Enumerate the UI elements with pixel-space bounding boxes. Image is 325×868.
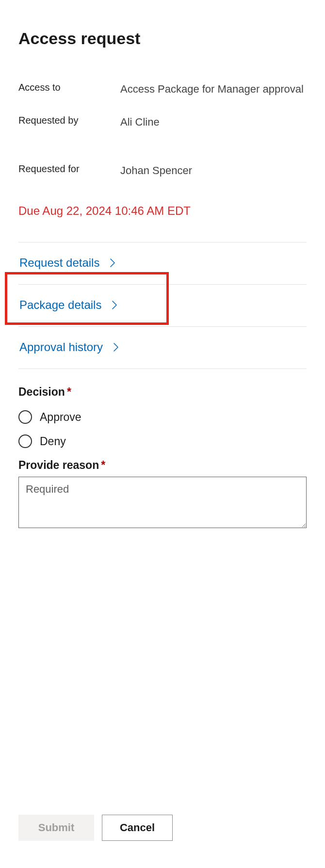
decision-label: Decision*	[18, 386, 307, 399]
requested-for-value: Johan Spencer	[120, 163, 307, 177]
decision-section: Decision* Approve Deny Provide reason*	[18, 386, 307, 530]
page-title: Access request	[18, 29, 307, 48]
deny-radio[interactable]: Deny	[18, 434, 307, 448]
radio-circle-icon	[18, 434, 32, 448]
reason-label-text: Provide reason	[18, 459, 99, 471]
deny-label: Deny	[40, 435, 66, 448]
decision-label-text: Decision	[18, 386, 65, 398]
required-star-icon: *	[101, 459, 105, 471]
approval-history-label: Approval history	[19, 340, 103, 354]
reason-input[interactable]	[18, 477, 307, 528]
accordion: Request details Package details Approval…	[18, 242, 307, 369]
requested-for-label: Requested for	[18, 163, 120, 175]
approval-history-row[interactable]: Approval history	[18, 327, 307, 369]
meta-access-to-row: Access to Access Package for Manager app…	[18, 82, 307, 96]
request-details-label: Request details	[19, 256, 99, 270]
submit-button[interactable]: Submit	[18, 815, 94, 841]
footer-actions: Submit Cancel	[18, 815, 173, 841]
package-details-label: Package details	[19, 298, 101, 312]
access-to-value: Access Package for Manager approval	[120, 82, 307, 96]
meta-requested-for-row: Requested for Johan Spencer	[18, 163, 307, 177]
meta-requested-by-row: Requested by Ali Cline	[18, 115, 307, 129]
chevron-right-icon	[112, 341, 120, 353]
reason-label: Provide reason*	[18, 459, 307, 472]
access-to-label: Access to	[18, 82, 120, 93]
required-star-icon: *	[67, 386, 71, 398]
requested-by-label: Requested by	[18, 115, 120, 126]
request-details-row[interactable]: Request details	[18, 242, 307, 285]
cancel-button[interactable]: Cancel	[102, 815, 173, 841]
approve-label: Approve	[40, 411, 81, 424]
approve-radio[interactable]: Approve	[18, 410, 307, 424]
package-details-row[interactable]: Package details	[18, 285, 307, 327]
chevron-right-icon	[108, 257, 117, 269]
radio-circle-icon	[18, 410, 32, 424]
due-date: Due Aug 22, 2024 10:46 AM EDT	[18, 204, 307, 218]
requested-by-value: Ali Cline	[120, 115, 307, 129]
chevron-right-icon	[110, 299, 119, 311]
